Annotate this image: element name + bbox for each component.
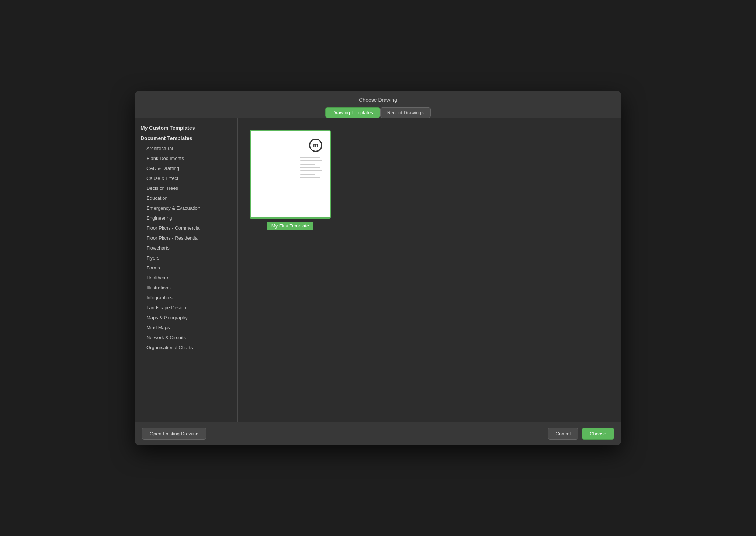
dialog-title: Choose Drawing — [359, 97, 397, 103]
sidebar-section-document[interactable]: Document Templates — [135, 133, 237, 143]
template-thumbnail: m — [250, 130, 331, 219]
sidebar-item-cause-effect[interactable]: Cause & Effect — [136, 173, 236, 183]
sidebar-item-healthcare[interactable]: Healthcare — [136, 273, 236, 283]
line-2 — [300, 160, 322, 161]
line-5 — [300, 170, 322, 171]
template-logo: m — [309, 139, 322, 152]
sidebar-item-emergency[interactable]: Emergency & Evacuation — [136, 203, 236, 213]
sidebar-item-maps-geography[interactable]: Maps & Geography — [136, 313, 236, 323]
line-3 — [300, 164, 315, 165]
sidebar-item-cad[interactable]: CAD & Drafting — [136, 163, 236, 173]
sidebar-item-architectural[interactable]: Architectural — [136, 143, 236, 153]
line-6 — [300, 174, 315, 175]
sidebar-item-mind-maps[interactable]: Mind Maps — [136, 323, 236, 333]
dialog-footer: Open Existing Drawing Cancel Choose — [135, 422, 621, 445]
sidebar-item-education[interactable]: Education — [136, 193, 236, 203]
sidebar-item-floor-plans-commercial[interactable]: Floor Plans - Commercial — [136, 223, 236, 233]
sidebar-item-floor-plans-residential[interactable]: Floor Plans - Residential — [136, 233, 236, 243]
tab-recent-drawings[interactable]: Recent Drawings — [380, 107, 431, 118]
tab-bar: Drawing Templates Recent Drawings — [325, 107, 430, 118]
template-lines — [300, 157, 322, 178]
sidebar-item-blank[interactable]: Blank Documents — [136, 153, 236, 163]
sidebar-item-infographics[interactable]: Infographics — [136, 293, 236, 303]
sidebar-item-engineering[interactable]: Engineering — [136, 213, 236, 223]
sidebar-item-organisational-charts[interactable]: Organisational Charts — [136, 342, 236, 352]
sidebar-item-network-circuits[interactable]: Network & Circuits — [136, 333, 236, 342]
sidebar-item-illustrations[interactable]: Illustrations — [136, 283, 236, 293]
sidebar-item-flyers[interactable]: Flyers — [136, 253, 236, 263]
line-1 — [300, 157, 320, 158]
border-line-bottom — [254, 207, 327, 207]
content-area: m — [238, 118, 621, 422]
sidebar-item-decision-trees[interactable]: Decision Trees — [136, 183, 236, 193]
tab-drawing-templates[interactable]: Drawing Templates — [325, 107, 380, 118]
sidebar: My Custom Templates Document Templates A… — [135, 118, 238, 422]
template-grid: m — [247, 127, 613, 233]
template-label: My First Template — [267, 222, 313, 230]
template-item-my-first[interactable]: m — [250, 130, 331, 230]
choose-button[interactable]: Choose — [582, 428, 614, 440]
template-inner: m — [251, 131, 330, 217]
sidebar-item-forms[interactable]: Forms — [136, 263, 236, 273]
sidebar-item-flowcharts[interactable]: Flowcharts — [136, 243, 236, 253]
line-7 — [300, 177, 320, 178]
open-existing-button[interactable]: Open Existing Drawing — [142, 428, 206, 440]
line-4 — [300, 167, 320, 168]
choose-drawing-dialog: Choose Drawing Drawing Templates Recent … — [135, 91, 621, 445]
dialog-header: Choose Drawing Drawing Templates Recent … — [135, 91, 621, 118]
dialog-body: My Custom Templates Document Templates A… — [135, 118, 621, 422]
footer-right: Cancel Choose — [548, 428, 614, 440]
sidebar-item-landscape-design[interactable]: Landscape Design — [136, 303, 236, 313]
footer-left: Open Existing Drawing — [142, 428, 206, 440]
sidebar-section-custom[interactable]: My Custom Templates — [135, 123, 237, 133]
cancel-button[interactable]: Cancel — [548, 428, 578, 440]
